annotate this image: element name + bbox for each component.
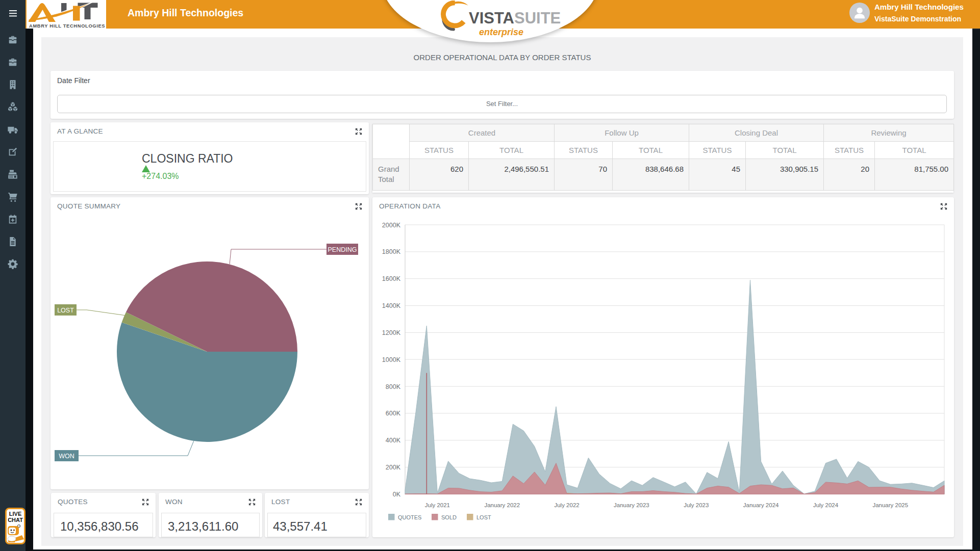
- svg-text:January 2023: January 2023: [614, 502, 649, 508]
- svg-text:QUOTES: QUOTES: [398, 514, 421, 520]
- svg-text:July 2022: July 2022: [554, 502, 579, 508]
- svg-text:1800K: 1800K: [382, 248, 401, 255]
- svg-text:1200K: 1200K: [382, 329, 401, 336]
- svg-text:January 2025: January 2025: [872, 502, 908, 508]
- svg-text:AMBRY HILL TECHNOLOGIES: AMBRY HILL TECHNOLOGIES: [29, 23, 105, 29]
- svg-text:0K: 0K: [393, 491, 401, 498]
- svg-text:2000K: 2000K: [382, 222, 401, 229]
- svg-text:VISTASUITE: VISTASUITE: [469, 9, 561, 27]
- svg-text:1400K: 1400K: [382, 302, 401, 309]
- svg-text:SOLD: SOLD: [441, 514, 457, 520]
- svg-text:LOST: LOST: [476, 514, 491, 520]
- svg-text:LOST: LOST: [57, 307, 74, 314]
- svg-text:January 2022: January 2022: [484, 502, 520, 508]
- svg-text:enterprise: enterprise: [479, 27, 523, 37]
- svg-text:200K: 200K: [386, 464, 401, 471]
- svg-text:1000K: 1000K: [382, 356, 401, 363]
- svg-text:PENDING: PENDING: [328, 246, 357, 253]
- svg-text:400K: 400K: [386, 437, 401, 444]
- svg-text:1600K: 1600K: [382, 275, 401, 282]
- svg-text:July 2021: July 2021: [425, 502, 450, 508]
- svg-text:July 2024: July 2024: [813, 502, 839, 508]
- svg-text:WON: WON: [59, 453, 74, 460]
- svg-text:800K: 800K: [386, 383, 401, 390]
- svg-text:600K: 600K: [386, 410, 401, 417]
- svg-text:July 2023: July 2023: [684, 502, 709, 508]
- svg-text:January 2024: January 2024: [743, 502, 779, 508]
